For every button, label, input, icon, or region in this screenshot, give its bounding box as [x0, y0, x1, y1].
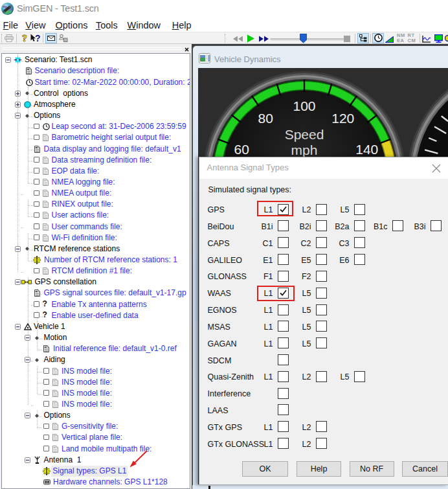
svg-text:?: ?	[22, 33, 27, 43]
svg-text:Speed: Speed	[285, 127, 324, 142]
svg-text:100: 100	[293, 98, 315, 113]
svg-text:120: 120	[331, 111, 354, 126]
svg-text:140: 140	[355, 142, 378, 157]
svg-text:mph: mph	[291, 142, 318, 157]
svg-text:60: 60	[234, 142, 249, 157]
svg-text:80: 80	[258, 111, 273, 126]
